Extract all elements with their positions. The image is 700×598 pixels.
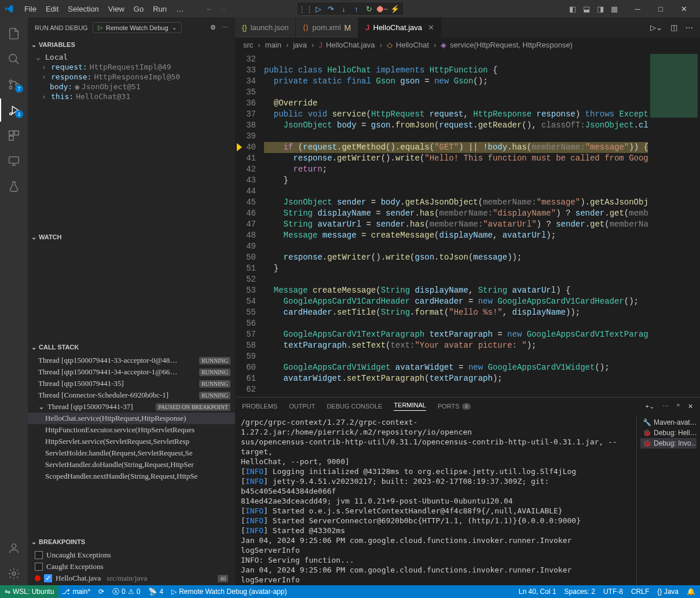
menu-view[interactable]: View — [104, 2, 129, 16]
menu-file[interactable]: File — [20, 2, 41, 16]
panel-tab-debug-console[interactable]: DEBUG CONSOLE — [327, 403, 382, 410]
scope-local[interactable]: ⌄Local — [28, 52, 235, 62]
var-this[interactable]: ›this: HelloChat@31 — [28, 92, 235, 101]
stack-frame[interactable]: HelloChat.service(HttpRequest,HttpRespon… — [28, 413, 235, 424]
var-request[interactable]: ›request: HttpRequestImpl@49 — [28, 62, 235, 72]
menu-more[interactable]: … — [171, 2, 188, 16]
nav-forward-icon[interactable]: → — [219, 5, 226, 13]
menu-go[interactable]: Go — [129, 2, 148, 16]
menu-selection[interactable]: Selection — [63, 2, 103, 16]
more-icon[interactable]: ⋯ — [222, 24, 228, 31]
encoding[interactable]: UTF-8 — [603, 588, 623, 596]
menu-run[interactable]: Run — [148, 2, 171, 16]
minimap[interactable] — [648, 52, 700, 397]
code-editor[interactable]: 3233343536373839404142434445464748495051… — [235, 52, 700, 397]
step-into-icon[interactable]: ↓ — [339, 3, 349, 14]
maximize-button[interactable]: □ — [649, 0, 672, 17]
restart-icon[interactable]: ↻ — [364, 3, 375, 14]
thread-row[interactable]: Thread [qtp1500079441-34-acceptor-1@66…R… — [28, 366, 235, 378]
tab-pom-xml[interactable]: ⟨⟩pom.xmlM — [296, 17, 358, 38]
nav-back-icon[interactable]: ← — [206, 5, 213, 13]
sync-button[interactable]: ⟳ — [98, 588, 104, 596]
breakpoints-header[interactable]: ⌄BREAKPOINTS — [28, 535, 235, 548]
terminal[interactable]: /grpc/grpc-context/1.27.2/grpc-context-1… — [235, 415, 636, 585]
git-branch[interactable]: ⎇main* — [62, 588, 90, 596]
extensions-icon[interactable] — [0, 124, 28, 147]
chevron-down-icon: ⌄ — [31, 41, 36, 49]
thread-row[interactable]: Thread [qtp1500079441-33-acceptor-0@48…R… — [28, 355, 235, 366]
terminal-session[interactable]: 🐞Debug: Invo… — [640, 438, 697, 448]
variables-header[interactable]: ⌄VARIABLES — [28, 38, 235, 51]
panel-tab-ports[interactable]: PORTS 4 — [438, 403, 471, 410]
more-icon[interactable]: ⋯ — [686, 23, 693, 32]
stack-frame[interactable]: HttpFunctionExecutor.service(HttpServlet… — [28, 424, 235, 436]
run-debug-icon[interactable]: 1 — [0, 99, 28, 122]
run-icon[interactable]: ▷⌄ — [650, 23, 662, 32]
var-body[interactable]: body: ◉ JsonObject@51 — [28, 82, 235, 92]
close-panel-icon[interactable]: ✕ — [688, 403, 693, 410]
problems-status[interactable]: ⓧ 0 ⚠ 0 — [112, 587, 140, 597]
accounts-icon[interactable] — [0, 537, 28, 560]
bp-file[interactable]: ✓ HelloChat.java src/main/java 40 — [28, 573, 235, 584]
search-icon[interactable] — [0, 48, 28, 71]
layout-right-icon[interactable]: ◨ — [597, 5, 604, 13]
run-config-dropdown[interactable]: ▷ Remote Watch Debug ⌄ — [93, 22, 182, 33]
terminal-session[interactable]: 🐞Debug: Hell… — [640, 428, 697, 438]
code-content[interactable]: public class HelloChat implements HttpFu… — [264, 52, 648, 397]
close-icon[interactable]: ✕ — [428, 23, 434, 32]
panel-tab-output[interactable]: OUTPUT — [289, 403, 315, 410]
indentation[interactable]: Spaces: 2 — [565, 588, 595, 596]
checkbox[interactable] — [35, 551, 43, 559]
debug-status[interactable]: ▷Remote Watch Debug (avatar-app) — [171, 588, 287, 596]
stack-frame[interactable]: ScopedHandler.nextHandle(String,Request,… — [28, 471, 235, 482]
thread-row[interactable]: Thread [Connector-Scheduler-6920b0bc-1]R… — [28, 389, 235, 401]
callstack-header[interactable]: ⌄CALL STACK — [28, 341, 235, 353]
bp-caught[interactable]: Caught Exceptions — [28, 561, 235, 573]
stack-frame[interactable]: ServletHandler.doHandle(String,Request,H… — [28, 459, 235, 471]
menu-edit[interactable]: Edit — [41, 2, 63, 16]
language-mode[interactable]: {} Java — [657, 588, 679, 596]
explorer-icon[interactable] — [0, 22, 28, 45]
tab-hellochat-java[interactable]: JHelloChat.java✕ — [358, 17, 442, 38]
settings-icon[interactable] — [0, 562, 28, 585]
source-control-icon[interactable]: 7 — [0, 73, 28, 96]
eol[interactable]: CRLF — [631, 588, 649, 596]
new-terminal-icon[interactable]: +⌄ — [645, 403, 654, 410]
checkbox[interactable] — [35, 563, 43, 571]
start-debug-icon[interactable]: ▷ — [98, 24, 102, 31]
stack-frame[interactable]: ServletHolder.handle(Request,ServletRequ… — [28, 447, 235, 459]
bp-uncaught[interactable]: Uncaught Exceptions — [28, 549, 235, 561]
gear-icon[interactable]: ⚙ — [210, 24, 216, 31]
chevron-up-icon[interactable]: ^ — [677, 403, 680, 410]
stop-icon[interactable]: ⯃⁓ — [377, 3, 387, 14]
split-icon[interactable]: ◫ — [670, 23, 677, 32]
continue-icon[interactable]: ▷ — [313, 3, 324, 14]
thread-row[interactable]: Thread [qtp1500079441-35]RUNNING — [28, 378, 235, 389]
step-over-icon[interactable]: ↷ — [326, 3, 336, 14]
testing-icon[interactable] — [0, 175, 28, 198]
hot-reload-icon[interactable]: ⚡ — [390, 3, 400, 14]
breadcrumb[interactable]: src main java JHelloChat.java ◇HelloChat… — [235, 38, 700, 52]
panel-tab-terminal[interactable]: TERMINAL — [394, 402, 426, 411]
remote-indicator[interactable]: ⇋WSL: Ubuntu — [0, 585, 58, 598]
step-out-icon[interactable]: ↑ — [351, 3, 362, 14]
grip-icon[interactable]: ⋮⋮ — [300, 3, 311, 14]
close-button[interactable]: ✕ — [672, 0, 695, 17]
stack-frame[interactable]: HttpServlet.service(ServletRequest,Servl… — [28, 436, 235, 447]
watch-header[interactable]: ⌄WATCH — [28, 231, 235, 243]
minimize-button[interactable]: ─ — [626, 0, 649, 17]
checkbox[interactable]: ✓ — [44, 574, 52, 582]
cursor-position[interactable]: Ln 40, Col 1 — [519, 588, 556, 596]
ports-status[interactable]: 📡4 — [148, 588, 163, 596]
remote-explorer-icon[interactable] — [0, 150, 28, 173]
thread-row-expanded[interactable]: ⌄Thread [qtp1500079441-37]PAUSED ON BREA… — [28, 401, 235, 413]
var-response[interactable]: ›response: HttpResponseImpl@50 — [28, 72, 235, 82]
panel-tab-problems[interactable]: PROBLEMS — [242, 403, 277, 410]
layout-grid-icon[interactable]: ▦ — [611, 5, 618, 13]
terminal-session[interactable]: 🔧Maven-avat… — [640, 417, 697, 428]
notifications-icon[interactable]: 🔔 — [687, 588, 695, 596]
tab-launch-json[interactable]: {}launch.json — [235, 17, 296, 38]
more-icon[interactable]: ⋯ — [662, 403, 669, 410]
layout-left-icon[interactable]: ◧ — [569, 5, 576, 13]
layout-bottom-icon[interactable]: ⬓ — [583, 5, 590, 13]
